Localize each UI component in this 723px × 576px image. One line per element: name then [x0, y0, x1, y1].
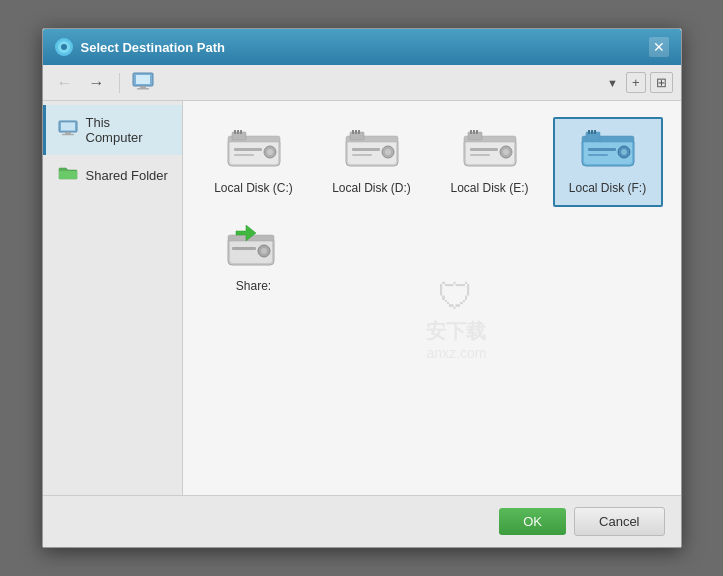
svg-rect-48	[588, 148, 616, 151]
svg-rect-59	[232, 247, 256, 250]
file-item-local-f[interactable]: Local Disk (F:)	[553, 117, 663, 207]
svg-rect-20	[240, 130, 242, 134]
svg-point-25	[385, 149, 391, 155]
svg-point-36	[503, 149, 509, 155]
svg-rect-41	[473, 130, 475, 134]
file-label-c: Local Disk (C:)	[214, 181, 293, 197]
svg-rect-7	[61, 122, 75, 130]
view-toggle-button[interactable]: ⊞	[650, 72, 673, 93]
file-item-local-d[interactable]: Local Disk (D:)	[317, 117, 427, 207]
svg-rect-31	[358, 130, 360, 134]
hdd-f-icon	[576, 127, 640, 175]
svg-rect-30	[355, 130, 357, 134]
file-item-local-e[interactable]: Local Disk (E:)	[435, 117, 545, 207]
title-bar: Select Destination Path ✕	[43, 29, 681, 65]
sidebar-label-this-computer: This Computer	[86, 115, 170, 145]
svg-rect-8	[65, 132, 71, 134]
svg-rect-9	[62, 134, 74, 135]
svg-rect-37	[470, 148, 498, 151]
toolbar-separator	[119, 73, 120, 93]
svg-rect-27	[352, 154, 372, 156]
svg-rect-53	[594, 130, 596, 134]
svg-rect-3	[136, 75, 150, 84]
svg-point-58	[261, 248, 267, 254]
sidebar-label-shared-folder: Shared Folder	[86, 168, 168, 183]
file-label-d: Local Disk (D:)	[332, 181, 411, 197]
computer-icon	[58, 120, 78, 141]
monitor-location-icon	[132, 72, 154, 94]
sidebar: This Computer Shared Folder	[43, 101, 183, 495]
svg-rect-18	[234, 130, 236, 134]
svg-point-14	[267, 149, 273, 155]
file-label-e: Local Disk (E:)	[450, 181, 528, 197]
svg-rect-5	[137, 88, 149, 90]
cancel-button[interactable]: Cancel	[574, 507, 664, 536]
main-content: Local Disk (C:)	[183, 101, 681, 495]
svg-rect-26	[352, 148, 380, 151]
dialog-title: Select Destination Path	[81, 40, 225, 55]
new-folder-button[interactable]: +	[626, 72, 646, 93]
svg-rect-16	[234, 154, 254, 156]
share-icon	[222, 225, 286, 273]
svg-rect-49	[588, 154, 608, 156]
file-item-share[interactable]: Share:	[199, 215, 309, 305]
select-destination-dialog: Select Destination Path ✕ ← → ▼ + ⊞	[42, 28, 682, 548]
svg-rect-42	[476, 130, 478, 134]
svg-rect-29	[352, 130, 354, 134]
file-grid: Local Disk (C:)	[199, 117, 665, 304]
sidebar-item-shared-folder[interactable]: Shared Folder	[43, 155, 182, 196]
svg-rect-19	[237, 130, 239, 134]
file-item-local-c[interactable]: Local Disk (C:)	[199, 117, 309, 207]
content-area: This Computer Shared Folder	[43, 101, 681, 495]
svg-rect-51	[588, 130, 590, 134]
file-label-share: Share:	[236, 279, 271, 295]
sidebar-item-this-computer[interactable]: This Computer	[43, 105, 182, 155]
svg-point-47	[621, 149, 627, 155]
svg-rect-38	[470, 154, 490, 156]
hdd-c-icon	[222, 127, 286, 175]
svg-point-1	[61, 44, 67, 50]
app-icon	[55, 38, 73, 56]
toolbar: ← → ▼ + ⊞	[43, 65, 681, 101]
svg-rect-15	[234, 148, 262, 151]
file-label-f: Local Disk (F:)	[569, 181, 646, 197]
view-dropdown-arrow[interactable]: ▼	[603, 75, 622, 91]
footer: OK Cancel	[43, 495, 681, 547]
svg-rect-4	[140, 86, 146, 88]
svg-rect-52	[591, 130, 593, 134]
title-bar-left: Select Destination Path	[55, 38, 225, 56]
ok-button[interactable]: OK	[499, 508, 566, 535]
hdd-e-icon	[458, 127, 522, 175]
forward-button[interactable]: →	[83, 72, 111, 94]
close-button[interactable]: ✕	[649, 37, 669, 57]
svg-rect-40	[470, 130, 472, 134]
back-button[interactable]: ←	[51, 72, 79, 94]
hdd-d-icon	[340, 127, 404, 175]
folder-icon	[58, 165, 78, 186]
